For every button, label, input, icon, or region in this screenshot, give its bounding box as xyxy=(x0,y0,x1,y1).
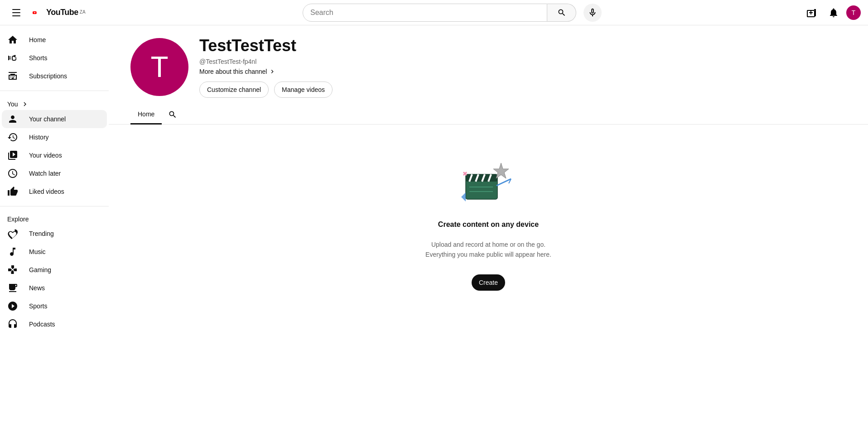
history-icon xyxy=(7,132,18,143)
channel-avatar: T xyxy=(130,38,188,96)
user-avatar-button[interactable]: T xyxy=(846,5,861,20)
bell-icon xyxy=(828,7,839,18)
news-icon xyxy=(7,283,18,293)
channel-name: TestTestTest xyxy=(199,36,333,55)
voice-search-button[interactable] xyxy=(583,4,602,22)
create-icon xyxy=(806,7,817,18)
home-icon xyxy=(7,34,18,45)
subscriptions-icon xyxy=(7,71,18,82)
sidebar-item-watch-later[interactable]: Watch later xyxy=(2,164,107,182)
search-form xyxy=(303,4,576,22)
sidebar-label-watch-later: Watch later xyxy=(29,170,61,177)
create-content-button[interactable]: Create xyxy=(472,274,505,291)
search-icon xyxy=(168,110,177,119)
more-about-channel-link[interactable]: More about this channel xyxy=(199,68,333,75)
notifications-button[interactable] xyxy=(825,4,843,22)
channel-avatar-letter: T xyxy=(150,50,168,84)
search-input[interactable] xyxy=(303,9,547,17)
sidebar-item-podcasts[interactable]: Podcasts xyxy=(2,315,107,333)
sidebar: Home Shorts Subscriptions You Your chann… xyxy=(0,25,109,422)
channel-info: TestTestTest @TestTestTest-fp4nl More ab… xyxy=(199,36,333,98)
podcasts-icon xyxy=(7,319,18,330)
sidebar-item-history[interactable]: History xyxy=(2,128,107,146)
empty-state-title: Create content on any device xyxy=(438,221,539,229)
sidebar-label-your-channel: Your channel xyxy=(29,115,66,123)
hamburger-button[interactable] xyxy=(7,4,25,22)
sidebar-item-liked-videos[interactable]: Liked videos xyxy=(2,182,107,201)
channel-empty-state: Create content on any device Upload and … xyxy=(109,125,868,327)
sidebar-item-shorts[interactable]: Shorts xyxy=(2,49,107,67)
channel-handle: @TestTestTest-fp4nl xyxy=(199,58,333,65)
sidebar-item-your-videos[interactable]: Your videos xyxy=(2,146,107,164)
sports-icon xyxy=(7,301,18,312)
shorts-icon xyxy=(7,53,18,63)
main-content: T TestTestTest @TestTestTest-fp4nl More … xyxy=(109,25,868,422)
sidebar-label-news: News xyxy=(29,284,45,292)
svg-marker-11 xyxy=(461,192,466,201)
header-right: T xyxy=(788,4,861,22)
empty-state-illustration xyxy=(461,161,516,206)
logo-country: ZA xyxy=(80,10,86,14)
sidebar-item-news[interactable]: News xyxy=(2,279,107,297)
sidebar-label-sports: Sports xyxy=(29,302,47,310)
channel-tabs: Home xyxy=(109,105,868,125)
sidebar-divider-2 xyxy=(0,206,109,206)
sidebar-item-gaming[interactable]: Gaming xyxy=(2,261,107,279)
avatar-letter: T xyxy=(852,9,856,16)
search-icon xyxy=(557,8,566,17)
sidebar-item-subscriptions[interactable]: Subscriptions xyxy=(2,67,107,85)
music-icon xyxy=(7,246,18,257)
search-box xyxy=(303,4,547,22)
sidebar-label-music: Music xyxy=(29,248,46,255)
chevron-right-icon xyxy=(269,68,276,75)
sidebar-label-podcasts: Podcasts xyxy=(29,321,55,328)
microphone-icon xyxy=(588,8,598,18)
header: YouTubeZA xyxy=(0,0,868,25)
sidebar-label-trending: Trending xyxy=(29,230,54,237)
sidebar-label-gaming: Gaming xyxy=(29,266,51,273)
watchlater-icon xyxy=(7,168,18,179)
sidebar-label-history: History xyxy=(29,134,49,141)
sidebar-item-trending[interactable]: Trending xyxy=(2,225,107,243)
page-layout: Home Shorts Subscriptions You Your chann… xyxy=(0,0,868,422)
tab-home[interactable]: Home xyxy=(130,105,162,125)
account-icon xyxy=(7,114,18,125)
youtube-logo[interactable]: YouTubeZA xyxy=(33,8,86,17)
sidebar-explore-title: Explore xyxy=(0,212,109,225)
search-button[interactable] xyxy=(547,4,576,22)
empty-state-description: Upload and record at home or on the go. … xyxy=(425,240,551,260)
youtube-logo-icon xyxy=(33,8,45,17)
sidebar-label-subscriptions: Subscriptions xyxy=(29,72,67,80)
play-icon xyxy=(7,150,18,161)
sidebar-item-sports[interactable]: Sports xyxy=(2,297,107,315)
gaming-icon xyxy=(7,264,18,275)
empty-state-desc-line1: Upload and record at home or on the go. xyxy=(425,240,551,249)
menu-icon xyxy=(12,9,20,16)
sidebar-you-label: You xyxy=(7,101,18,108)
create-button[interactable] xyxy=(803,4,821,22)
sidebar-divider-1 xyxy=(0,91,109,91)
channel-header: T TestTestTest @TestTestTest-fp4nl More … xyxy=(109,25,868,98)
like-icon xyxy=(7,186,18,197)
sidebar-label-shorts: Shorts xyxy=(29,54,47,62)
sidebar-item-home[interactable]: Home xyxy=(2,31,107,49)
customize-channel-button[interactable]: Customize channel xyxy=(199,82,269,98)
sidebar-label-liked-videos: Liked videos xyxy=(29,188,64,195)
more-about-label: More about this channel xyxy=(199,68,267,75)
header-left: YouTubeZA xyxy=(7,4,116,22)
trending-icon xyxy=(7,228,18,239)
logo-text: YouTube xyxy=(46,8,78,17)
tab-search-button[interactable] xyxy=(164,106,182,124)
chevron-right-icon xyxy=(21,100,29,108)
header-center xyxy=(116,4,788,22)
sidebar-label-your-videos: Your videos xyxy=(29,152,62,159)
sidebar-you-section[interactable]: You xyxy=(0,96,109,110)
manage-videos-button[interactable]: Manage videos xyxy=(274,82,333,98)
channel-actions: Customize channel Manage videos xyxy=(199,82,333,98)
empty-state-desc-line2: Everything you make public will appear h… xyxy=(425,249,551,259)
sidebar-item-music[interactable]: Music xyxy=(2,243,107,261)
sidebar-item-your-channel[interactable]: Your channel xyxy=(2,110,107,128)
sidebar-label-home: Home xyxy=(29,36,46,43)
